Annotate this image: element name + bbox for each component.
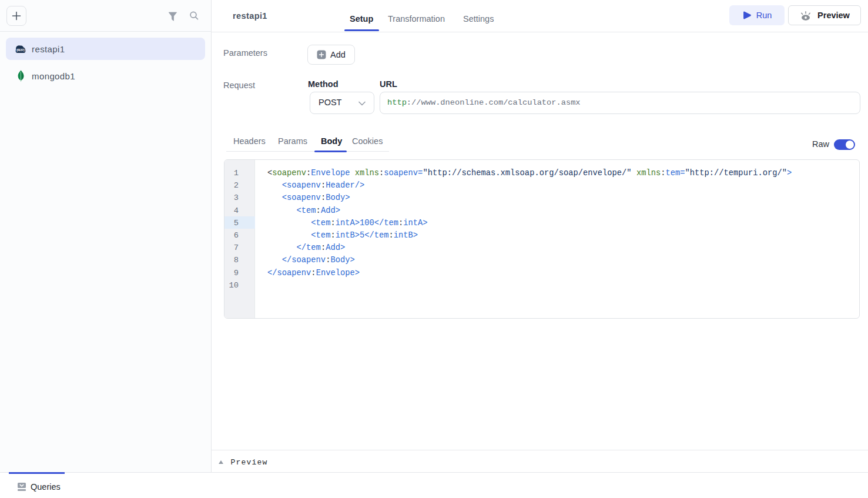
svg-text:{REST}: {REST} bbox=[16, 49, 25, 52]
